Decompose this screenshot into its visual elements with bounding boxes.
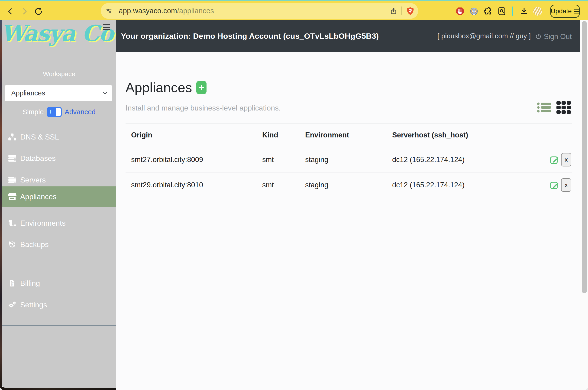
- appliances-table: Origin Kind Environment Serverhost (ssh_…: [126, 123, 572, 197]
- browser-window: app.wasyaco.com/appliances: [0, 0, 588, 390]
- toggle-knob: [56, 108, 61, 116]
- table-row: smt27.orbital.city:8009 smt staging dc12…: [126, 147, 572, 172]
- browser-menu-icon: [574, 9, 579, 13]
- sidebar-item-settings[interactable]: Settings: [2, 298, 116, 312]
- database-stack-icon: [8, 154, 17, 162]
- urlbar-divider: [402, 6, 402, 15]
- mode-toggle[interactable]: I: [47, 107, 62, 117]
- update-label: Update: [551, 7, 572, 15]
- browser-toolbar: app.wasyaco.com/appliances: [0, 0, 588, 20]
- cell-kind: smt: [257, 172, 300, 198]
- delete-appliance-button[interactable]: x: [561, 178, 571, 192]
- table-header-row: Origin Kind Environment Serverhost (ssh_…: [126, 124, 572, 147]
- edit-appliance-icon[interactable]: [550, 155, 559, 164]
- sign-out-button[interactable]: Sign Out: [535, 33, 572, 41]
- workspace-select-value: Appliances: [11, 89, 45, 97]
- sidebar-divider: [2, 326, 116, 326]
- sitemap-icon: [8, 133, 17, 141]
- main-content: Appliances Install and manage business-l…: [116, 52, 580, 390]
- brave-shield-icon[interactable]: [406, 7, 414, 15]
- sidebar-divider: [2, 265, 116, 265]
- update-button[interactable]: Update: [550, 5, 580, 18]
- column-header-origin: Origin: [126, 124, 257, 147]
- download-icon[interactable]: [519, 6, 529, 16]
- gears-icon: [8, 301, 17, 309]
- cell-environment: staging: [300, 172, 387, 198]
- section-dashed-divider: [126, 223, 572, 223]
- cell-kind: smt: [257, 147, 300, 172]
- view-toggles: [537, 101, 571, 114]
- reader-search-icon[interactable]: [497, 6, 506, 16]
- page-title: Appliances: [126, 80, 192, 95]
- advanced-label[interactable]: Advanced: [65, 108, 96, 116]
- organization-title: Your organization: Demo Hosting Account …: [121, 32, 379, 41]
- toolbar-divider: [512, 6, 513, 16]
- column-header-serverhost: Serverhost (ssh_host): [387, 124, 518, 147]
- sidebar-item-label: Billing: [20, 279, 40, 288]
- adblock-hand-icon[interactable]: [455, 6, 464, 16]
- workspace-select[interactable]: Appliances: [5, 85, 112, 101]
- sidebar-item-backups[interactable]: Backups: [2, 238, 116, 251]
- sidebar-item-servers[interactable]: Servers: [2, 173, 116, 187]
- sidebar-menu-icon[interactable]: [103, 24, 110, 30]
- column-header-kind: Kind: [257, 124, 300, 147]
- globe-translate-icon[interactable]: [469, 6, 478, 16]
- simple-label[interactable]: Simple: [23, 108, 44, 116]
- sidebar-item-environments[interactable]: Environments: [2, 216, 116, 230]
- sidebar-item-label: Databases: [20, 154, 56, 163]
- power-icon: [535, 33, 542, 40]
- list-view-icon[interactable]: [537, 102, 551, 113]
- mode-toggle-row: Simple I Advanced: [2, 106, 116, 117]
- chevron-down-icon: [102, 90, 108, 96]
- url-path: /appliances: [177, 7, 214, 15]
- sidebar-item-label: Appliances: [20, 193, 57, 201]
- add-appliance-button[interactable]: [196, 81, 207, 94]
- page-scrollbar: [580, 20, 588, 390]
- svg-text:$: $: [11, 283, 13, 286]
- organization-header: Your organization: Demo Hosting Account …: [116, 20, 580, 52]
- cell-origin: smt29.orbital.city:8010: [126, 172, 257, 198]
- url-bar[interactable]: app.wasyaco.com/appliances: [101, 3, 418, 19]
- history-icon: [8, 241, 17, 248]
- profile-avatar[interactable]: [533, 7, 542, 16]
- site-settings-icon[interactable]: [105, 7, 112, 14]
- url-text: app.wasyaco.com/appliances: [119, 7, 214, 15]
- edit-appliance-icon[interactable]: [550, 180, 559, 190]
- back-icon[interactable]: [5, 7, 15, 16]
- toggle-state-label: I: [50, 109, 51, 115]
- forward-icon[interactable]: [20, 7, 29, 16]
- column-header-environment: Environment: [300, 124, 387, 147]
- scroll-icon: [8, 219, 17, 227]
- sidebar-item-label: DNS & SSL: [20, 133, 59, 141]
- sidebar-item-databases[interactable]: Databases: [2, 151, 116, 165]
- url-host: app.wasyaco.com: [119, 7, 177, 15]
- background-image-edge: [0, 20, 2, 390]
- extensions-puzzle-icon[interactable]: [483, 6, 492, 16]
- reload-icon[interactable]: [34, 7, 43, 16]
- column-header-actions: [518, 124, 572, 147]
- store-icon: [8, 193, 17, 200]
- cell-environment: staging: [300, 147, 387, 172]
- workspace-label: Workspace: [2, 70, 116, 78]
- sidebar-item-appliances[interactable]: Appliances: [2, 186, 116, 207]
- grid-view-icon[interactable]: [556, 101, 571, 114]
- sidebar: Wasya Co Workspace Appliances Simple I A…: [2, 20, 116, 388]
- cell-origin: smt27.orbital.city:8009: [126, 147, 257, 172]
- sidebar-item-label: Environments: [20, 219, 66, 228]
- sidebar-item-label: Settings: [20, 301, 47, 309]
- server-stack-icon: [8, 176, 17, 184]
- delete-appliance-button[interactable]: x: [561, 153, 571, 166]
- wasya-co-logo[interactable]: Wasya Co: [2, 20, 113, 47]
- invoice-dollar-icon: $: [8, 279, 17, 287]
- table-row: smt29.orbital.city:8010 smt staging dc12…: [126, 172, 572, 198]
- scrollbar-thumb[interactable]: [582, 21, 587, 293]
- sidebar-item-billing[interactable]: $ Billing: [2, 276, 116, 290]
- sidebar-item-label: Backups: [20, 240, 49, 249]
- sign-out-label: Sign Out: [544, 33, 572, 41]
- plus-icon: [198, 85, 204, 91]
- user-email: [ piousbox@gmail.com // guy ]: [437, 32, 531, 40]
- share-icon[interactable]: [390, 7, 397, 15]
- cell-serverhost: dc12 (165.22.174.124): [387, 172, 518, 198]
- page-subtitle: Install and manage business-level applic…: [126, 104, 281, 112]
- sidebar-item-dns-ssl[interactable]: DNS & SSL: [2, 130, 116, 144]
